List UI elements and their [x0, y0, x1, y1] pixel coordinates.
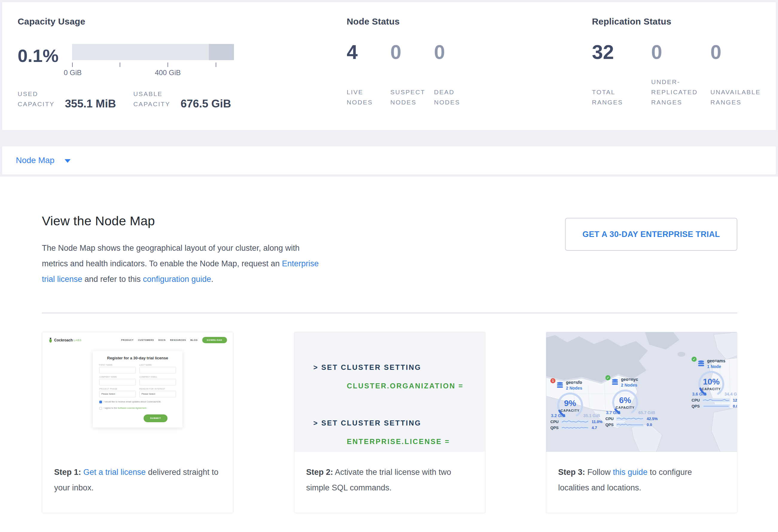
section-divider — [42, 313, 737, 313]
configuration-guide-link[interactable]: configuration guide — [143, 275, 211, 284]
capacity-label: CAPACITY — [560, 409, 579, 412]
agreement-text: I agree to the — [104, 407, 118, 409]
healthy-badge-icon — [692, 357, 697, 362]
capacity-percent: 0.1% — [18, 47, 68, 74]
trial-license-form: Register for a 30-day trial license FIRS… — [93, 351, 182, 428]
brand-suffix: LABS — [74, 339, 82, 342]
company-name-label: COMPANY NAME — [99, 376, 136, 378]
locality-name: geo=ams — [707, 359, 725, 363]
node-count: 2 Nodes — [621, 383, 638, 387]
email-updates-checkbox — [99, 401, 102, 403]
description-text: and refer to this — [82, 275, 143, 284]
capacity-percent: 9% — [564, 399, 576, 407]
cluster-organization-setting: CLUSTER.ORGANIZATION = — [313, 382, 485, 390]
company-name-field — [99, 379, 136, 385]
node-map-dropdown-bar: Node Map — [2, 146, 776, 175]
company-email-label: COMPANY EMAIL — [139, 376, 176, 378]
healthy-badge-icon — [605, 375, 611, 380]
cpu-label: CPU — [605, 416, 616, 421]
used-capacity: 3.6 GiB — [692, 392, 706, 396]
email-updates-label: I would like to receive email updates ab… — [104, 400, 161, 404]
node-map-promo: View the Node Map The Node Map shows the… — [0, 176, 778, 532]
first-name-field — [99, 367, 136, 373]
this-guide-link[interactable]: this guide — [613, 468, 647, 477]
total-ranges-label: TOTAL RANGES — [592, 87, 651, 107]
total-ranges-value: 32 — [592, 42, 651, 62]
dead-nodes-value: 0 — [434, 42, 478, 62]
mini-site-nav: PRODUCT CUSTOMERS DOCS RESOURCES BLOG DO… — [121, 337, 227, 343]
replication-status-title: Replication Status — [592, 16, 776, 27]
capacity-bar-reserved — [209, 44, 234, 60]
nav-resources: RESOURCES — [170, 339, 186, 341]
reason-label: REASON FOR INTEREST — [139, 388, 176, 390]
capacity-bar-usable — [72, 44, 209, 60]
used-capacity: 3.7 GiB — [606, 410, 620, 415]
cpu-label: CPU — [692, 398, 702, 402]
project-phase-select: Please Select — [99, 391, 136, 397]
cpu-sparkline — [702, 398, 730, 402]
prompt-icon: > — [313, 419, 322, 427]
node-map-preview: 1 geo=sfo 2 Nodes — [546, 332, 737, 452]
first-name-label: FIRST NAME — [99, 364, 136, 366]
enterprise-license-setting: ENTERPRISE.LICENSE = — [313, 438, 485, 446]
download-button: DOWNLOAD — [202, 337, 227, 343]
capacity-tick-400: 400 GiB — [155, 69, 181, 77]
usable-capacity-metric: USABLE CAPACITY 676.5 GiB — [134, 89, 231, 109]
page-title: View the Node Map — [42, 214, 326, 228]
step1-card: Cockroach LABS PRODUCT CUSTOMERS DOCS RE… — [42, 332, 233, 513]
chevron-down-icon[interactable] — [65, 159, 71, 163]
map-cluster-sfo: 1 geo=sfo 2 Nodes — [550, 380, 607, 430]
node-map-description: The Node Map shows the geographical layo… — [42, 240, 326, 287]
node-count: 1 Node — [707, 364, 725, 369]
qps-sparkline — [561, 426, 589, 430]
cluster-overview-page: Capacity Usage 0.1% 0 GiB 400 GiB — [0, 0, 778, 532]
total-capacity: 35.1 GiB — [583, 413, 600, 418]
used-capacity-value: 355.1 MiB — [65, 97, 116, 110]
node-status-section: Node Status 4 0 0 LIVE NODES SUSPECT NOD… — [347, 16, 592, 130]
usable-capacity-label: USABLE CAPACITY — [134, 89, 173, 109]
database-icon — [698, 360, 705, 368]
qps-value: 0.0 — [647, 423, 652, 427]
under-replicated-value: 0 — [651, 42, 710, 62]
nav-customers: CUSTOMERS — [138, 339, 154, 341]
database-icon — [611, 379, 619, 387]
nav-docs: DOCS — [159, 339, 166, 341]
node-map-dropdown[interactable]: Node Map — [16, 156, 55, 165]
cpu-value: 11.0% — [592, 420, 603, 424]
step1-caption: Step 1: Get a trial license delivered st… — [42, 452, 233, 496]
map-cluster-nyc: geo=nyc 2 Nodes 6% CAPACITY — [605, 377, 662, 427]
unavailable-ranges-label: UNAVAILABLE RANGES — [710, 87, 770, 107]
map-cluster-ams: geo=ams 1 Node 10% CAPACITY — [692, 359, 737, 408]
cpu-value: 12.3% — [733, 398, 737, 402]
cockroach-icon — [48, 337, 53, 343]
step1-label: Step 1: — [54, 468, 81, 477]
step2-caption: Step 2: Activate the trial license with … — [294, 452, 485, 496]
capacity-usage-title: Capacity Usage — [18, 16, 347, 27]
get-trial-license-link[interactable]: Get a trial license — [83, 468, 146, 477]
nav-product: PRODUCT — [121, 339, 134, 341]
used-capacity: 3.2 GiB — [551, 413, 565, 418]
qps-label: QPS — [692, 404, 702, 408]
set-cluster-setting-2: SET CLUSTER SETTING — [321, 419, 421, 427]
capacity-bar: 0 GiB 400 GiB — [72, 44, 234, 74]
total-capacity: 34.4 GiB — [724, 392, 737, 396]
step2-label: Step 2: — [306, 468, 333, 477]
qps-label: QPS — [550, 426, 561, 430]
live-nodes-value: 4 — [347, 42, 390, 62]
cpu-label: CPU — [550, 420, 561, 424]
step3-card: 1 geo=sfo 2 Nodes — [546, 332, 737, 513]
step3-label: Step 3: — [558, 468, 585, 477]
project-phase-label: PROJECT PHASE — [99, 388, 136, 390]
live-nodes-label: LIVE NODES — [347, 87, 390, 107]
replication-status-section: Replication Status 32 0 0 TOTAL RANGES U… — [592, 16, 776, 130]
step3-caption: Step 3: Follow this guide to configure l… — [546, 452, 737, 496]
capacity-label: CAPACITY — [702, 387, 720, 391]
capacity-usage-section: Capacity Usage 0.1% 0 GiB 400 GiB — [18, 16, 347, 130]
database-icon — [556, 382, 563, 390]
last-name-field — [139, 367, 176, 373]
reason-select: Please Select — [139, 391, 176, 397]
total-capacity: 65.7 GiB — [638, 410, 655, 415]
locality-name: geo=nyc — [621, 377, 638, 382]
form-title: Register for a 30-day trial license — [99, 356, 176, 360]
get-enterprise-trial-button[interactable]: GET A 30-DAY ENTERPRISE TRIAL — [565, 218, 737, 251]
